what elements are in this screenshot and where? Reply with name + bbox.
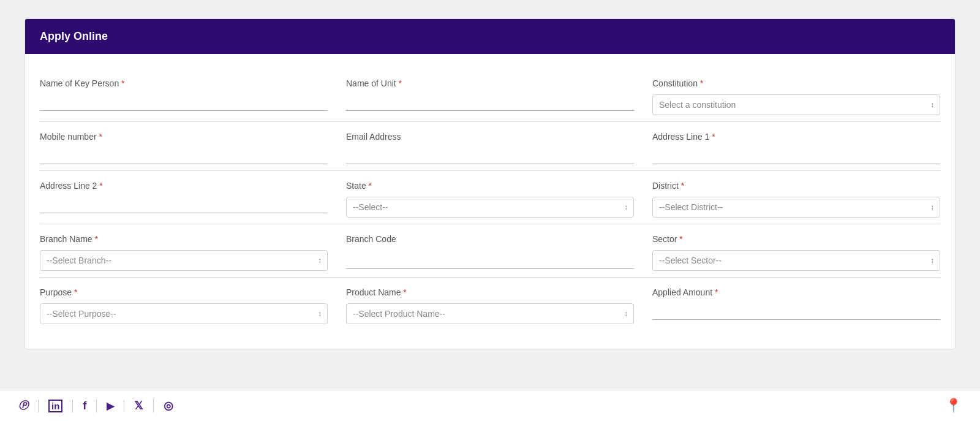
input-applied-amount[interactable] (652, 303, 940, 320)
form-group-constitution: Constitution *Select a constitution↕ (652, 69, 940, 121)
required-star-purpose: * (72, 287, 77, 297)
select-district[interactable]: --Select District-- (652, 197, 940, 218)
label-sector: Sector * (652, 234, 940, 244)
form-group-purpose: Purpose *--Select Purpose--↕ (40, 278, 328, 330)
label-address-line1: Address Line 1 * (652, 132, 940, 142)
input-email-address[interactable] (346, 148, 634, 164)
label-mobile-number: Mobile number * (40, 132, 328, 142)
linkedin-icon: in (48, 400, 62, 412)
required-star-sector: * (677, 234, 682, 244)
label-name-key-person: Name of Key Person * (40, 78, 328, 88)
required-star-address-line2: * (97, 181, 102, 191)
form-row-0: Name of Key Person *Name of Unit *Consti… (40, 69, 940, 121)
select-wrapper-purpose: --Select Purpose--↕ (40, 303, 328, 324)
social-item-linkedin[interactable]: in (39, 400, 73, 412)
label-email-address: Email Address (346, 132, 634, 142)
label-address-line2: Address Line 2 * (40, 181, 328, 191)
pinterest-icon: Ⓟ (18, 400, 28, 412)
required-star-branch-name: * (92, 234, 98, 244)
instagram-icon: ◎ (164, 399, 173, 412)
input-name-key-person[interactable] (40, 94, 328, 111)
input-branch-code[interactable] (346, 250, 634, 269)
form-group-branch-name: Branch Name *--Select Branch--↕ (40, 224, 328, 277)
facebook-icon: f (83, 400, 86, 412)
form-row-3: Branch Name *--Select Branch--↕Branch Co… (40, 224, 940, 277)
select-constitution[interactable]: Select a constitution (652, 94, 940, 115)
form-group-address-line1: Address Line 1 * (652, 122, 940, 170)
input-address-line1[interactable] (652, 148, 940, 164)
label-branch-code: Branch Code (346, 234, 634, 244)
form-row-1: Mobile number *Email AddressAddress Line… (40, 122, 940, 170)
select-purpose[interactable]: --Select Purpose-- (40, 303, 328, 324)
social-item-facebook[interactable]: f (73, 400, 97, 412)
social-item-twitter[interactable]: 𝕏 (124, 399, 154, 412)
form-title: Apply Online (40, 30, 108, 42)
social-item-pinterest[interactable]: Ⓟ (18, 400, 39, 412)
required-star-product-name: * (401, 287, 406, 297)
required-star-district: * (679, 181, 684, 191)
page-wrapper: Apply Online Name of Key Person *Name of… (0, 0, 980, 390)
label-purpose: Purpose * (40, 287, 328, 297)
form-group-state: State *--Select--↕ (346, 171, 634, 224)
youtube-icon: ▶ (107, 400, 114, 412)
form-group-email-address: Email Address (346, 122, 634, 170)
required-star-address-line1: * (709, 132, 715, 142)
social-item-youtube[interactable]: ▶ (97, 400, 124, 412)
twitter-icon: 𝕏 (134, 399, 143, 412)
footer-bar: Ⓟ in f ▶ 𝕏 ◎ 📍 (0, 390, 980, 421)
form-body: Name of Key Person *Name of Unit *Consti… (25, 54, 955, 349)
required-star-name-unit: * (396, 78, 402, 88)
form-group-mobile-number: Mobile number * (40, 122, 328, 170)
select-state[interactable]: --Select-- (346, 197, 634, 218)
form-group-product-name: Product Name *--Select Product Name--↕ (346, 278, 634, 330)
select-wrapper-state: --Select--↕ (346, 197, 634, 218)
select-wrapper-product-name: --Select Product Name--↕ (346, 303, 634, 324)
required-star-applied-amount: * (712, 287, 718, 297)
social-icons: Ⓟ in f ▶ 𝕏 ◎ (18, 399, 183, 412)
input-address-line2[interactable] (40, 197, 328, 213)
form-group-branch-code: Branch Code (346, 224, 634, 277)
select-sector[interactable]: --Select Sector-- (652, 250, 940, 271)
label-name-unit: Name of Unit * (346, 78, 634, 88)
label-constitution: Constitution * (652, 78, 940, 88)
form-header: Apply Online (25, 19, 955, 54)
form-row-2: Address Line 2 *State *--Select--↕Distri… (40, 171, 940, 224)
form-group-name-unit: Name of Unit * (346, 69, 634, 121)
select-wrapper-constitution: Select a constitution↕ (652, 94, 940, 115)
label-applied-amount: Applied Amount * (652, 287, 940, 297)
footer-location[interactable]: 📍 (945, 398, 962, 414)
form-group-district: District *--Select District--↕ (652, 171, 940, 224)
required-star-name-key-person: * (119, 78, 124, 88)
label-district: District * (652, 181, 940, 191)
required-star-constitution: * (698, 78, 703, 88)
form-row-4: Purpose *--Select Purpose--↕Product Name… (40, 278, 940, 330)
label-product-name: Product Name * (346, 287, 634, 297)
location-icon: 📍 (945, 398, 962, 413)
select-wrapper-sector: --Select Sector--↕ (652, 250, 940, 271)
input-name-unit[interactable] (346, 94, 634, 111)
form-group-address-line2: Address Line 2 * (40, 171, 328, 224)
select-product-name[interactable]: --Select Product Name-- (346, 303, 634, 324)
required-star-state: * (366, 181, 372, 191)
input-mobile-number[interactable] (40, 148, 328, 164)
form-group-applied-amount: Applied Amount * (652, 278, 940, 330)
required-star-mobile-number: * (97, 132, 102, 142)
label-branch-name: Branch Name * (40, 234, 328, 244)
form-group-sector: Sector *--Select Sector--↕ (652, 224, 940, 277)
select-wrapper-district: --Select District--↕ (652, 197, 940, 218)
form-card: Apply Online Name of Key Person *Name of… (24, 18, 956, 349)
select-branch-name[interactable]: --Select Branch-- (40, 250, 328, 271)
form-group-name-key-person: Name of Key Person * (40, 69, 328, 121)
label-state: State * (346, 181, 634, 191)
select-wrapper-branch-name: --Select Branch--↕ (40, 250, 328, 271)
social-item-instagram[interactable]: ◎ (154, 399, 183, 412)
